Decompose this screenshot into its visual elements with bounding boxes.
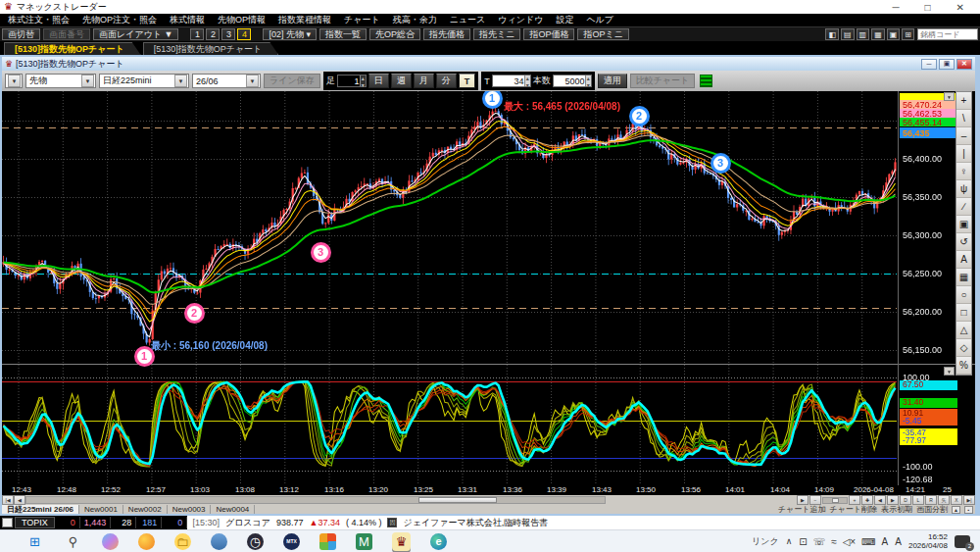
draw-tool-4[interactable]: ♀ [956, 163, 971, 180]
window-close-icon[interactable]: ✕ [956, 59, 972, 70]
toolbar-icon-5[interactable]: ⊞ [902, 28, 914, 40]
period-button-1[interactable]: 週 [391, 74, 412, 88]
chart-tab-4[interactable]: New0004 [211, 505, 255, 514]
period-button-2[interactable]: 月 [414, 74, 434, 88]
toolbar-button-1[interactable]: 先OP総合 [369, 28, 420, 40]
status-index-label[interactable]: TOPIX [15, 517, 55, 528]
window-restore-icon[interactable]: ▣ [939, 59, 955, 70]
chart-canvas[interactable] [2, 91, 975, 485]
doc-tab-0[interactable]: [5130]指数先物OPチャート [4, 42, 141, 55]
menu-item-5[interactable]: チャート [344, 14, 380, 26]
symbol-select[interactable]: 日経225mini▼ [99, 74, 189, 88]
screen-switch-button[interactable]: 画切替 [2, 28, 40, 40]
tick-count-input[interactable]: 34▴▾ [492, 75, 531, 87]
toolbar-icon-1[interactable]: ▤ [841, 28, 855, 40]
ime-icon[interactable]: A [895, 536, 902, 547]
layout-number-button-4[interactable]: 4 [237, 28, 251, 40]
draw-tool-0[interactable]: + [956, 92, 971, 110]
menu-item-6[interactable]: 残高・余力 [393, 14, 437, 26]
app-icon-orange[interactable] [138, 533, 155, 550]
notification-icon[interactable]: 2 [955, 535, 970, 548]
draw-tool-14[interactable]: ◇ [956, 339, 971, 357]
apply-button[interactable]: 適用 [598, 74, 627, 88]
chart-scrollbar-thumb[interactable] [418, 497, 497, 503]
toolbar-icon-4[interactable]: ▣ [887, 28, 901, 40]
draw-tool-7[interactable]: ▣ [956, 216, 971, 233]
tray-icon-3[interactable]: ◁× [843, 536, 857, 547]
chart-marker-3[interactable]: 3 [311, 242, 331, 263]
office-icon[interactable] [319, 533, 336, 550]
menu-item-3[interactable]: 先物OP情報 [218, 14, 266, 26]
draw-tool-1[interactable]: \ [956, 110, 971, 127]
news-headline[interactable]: ジェイファーマ株式会社,臨時報告書 [403, 517, 548, 529]
menu-item-0[interactable]: 株式注文・照会 [8, 14, 70, 26]
chart-marker-2[interactable]: 2 [629, 106, 650, 126]
price-axis-scroll-button[interactable]: ▼ [944, 92, 955, 101]
toolbar-button-0[interactable]: 指数一覧 [319, 28, 367, 40]
news-source-icon[interactable]: 固 [387, 518, 397, 527]
osc-axis-scroll-button[interactable]: ▼ [944, 367, 955, 376]
menu-item-10[interactable]: ヘルプ [586, 14, 613, 26]
zoom-slider-thumb[interactable] [832, 498, 839, 503]
toolbar-button-2[interactable]: 指先価格 [423, 28, 470, 40]
maximize-icon[interactable]: □ [925, 2, 931, 13]
min-price-annotation[interactable]: 最小 : 56,160 (2026/04/08) [151, 339, 268, 353]
toolbar-icon-2[interactable]: ▥ [857, 28, 870, 40]
tray-chevron-icon[interactable]: ∧ [786, 536, 793, 546]
draw-tool-10[interactable]: ▦ [956, 269, 971, 286]
draw-tool-9[interactable]: A [956, 251, 971, 269]
draw-tool-13[interactable]: △ [956, 322, 971, 339]
m-app-icon[interactable]: M [356, 533, 372, 550]
chart-tab-2[interactable]: New0002 [123, 505, 168, 514]
layout-number-button-3[interactable]: 3 [221, 28, 235, 40]
max-price-annotation[interactable]: 最大 : 56,465 (2026/04/08) [504, 100, 620, 114]
ashi-input[interactable]: 1▴▾ [337, 75, 367, 87]
chart-scrollbar-track[interactable] [25, 496, 606, 504]
menu-item-1[interactable]: 先物OP注文・照会 [82, 14, 157, 26]
search-icon[interactable]: ⚲ [64, 532, 82, 551]
corner-button-1[interactable]: ▪ [964, 506, 973, 514]
chart-action-1[interactable]: チャート削除 [829, 504, 877, 515]
menu-item-7[interactable]: ニュース [450, 14, 486, 26]
draw-tool-6[interactable]: ∕ [956, 198, 971, 216]
tray-icon-0[interactable]: ⊡ [799, 536, 807, 547]
doc-tab-1[interactable]: [5130]指数先物OPチャート [143, 42, 279, 55]
close-icon[interactable]: ✕ [956, 2, 964, 13]
favorites-dropdown[interactable]: ▼ [5, 74, 23, 88]
draw-tool-12[interactable]: □ [956, 304, 971, 322]
period-button-3[interactable]: 分 [436, 74, 457, 88]
chart-action-2[interactable]: 表示初期 [881, 504, 912, 515]
period-button-0[interactable]: 日 [368, 74, 389, 88]
chart-tab-1[interactable]: New0001 [79, 505, 123, 514]
draw-tool-8[interactable]: ↺ [956, 233, 971, 251]
toolbar-icon-3[interactable]: ▦ [871, 28, 885, 40]
menu-item-9[interactable]: 設定 [556, 14, 573, 26]
link-label[interactable]: リンク [752, 535, 779, 548]
tray-icon-5[interactable]: A [882, 536, 889, 547]
toolbar-icon-0[interactable]: ◧ [825, 28, 839, 40]
chart-action-0[interactable]: チャート追加 [778, 504, 826, 515]
menu-item-4[interactable]: 指数業種情報 [278, 14, 331, 26]
bar-count-input[interactable]: 5000▴▾ [553, 75, 592, 87]
mtx-app-icon[interactable]: MTX [283, 533, 300, 550]
draw-tool-15[interactable]: % [956, 357, 971, 375]
tray-icon-2[interactable]: ≈ [831, 536, 837, 547]
draw-tool-2[interactable]: – [956, 127, 971, 145]
taskbar-clock[interactable]: 16:52 2026/04/08 [908, 532, 948, 550]
preset-select[interactable]: [02] 先物 ▾ [263, 28, 317, 40]
chart-action-3[interactable]: 画面分割 [916, 504, 948, 515]
zoom-slider[interactable] [822, 497, 848, 504]
draw-tool-5[interactable]: ψ [956, 180, 971, 198]
monex-trader-icon[interactable]: ♛ [392, 532, 411, 551]
corner-button-0[interactable]: ▲ [952, 506, 960, 514]
tray-icon-4[interactable]: ⌨ [861, 536, 875, 547]
layout-number-button-2[interactable]: 2 [206, 28, 220, 40]
draw-tool-3[interactable]: | [956, 145, 971, 163]
draw-tool-11[interactable]: ○ [956, 286, 971, 304]
chart-marker-1[interactable]: 1 [134, 346, 155, 367]
chart-tab-0[interactable]: 日経225mini 26/06 [2, 505, 79, 514]
layout-number-button-1[interactable]: 1 [190, 28, 204, 40]
status-square-button[interactable] [2, 518, 13, 527]
menu-item-2[interactable]: 株式情報 [170, 14, 205, 26]
edge-icon[interactable]: e [430, 533, 447, 550]
